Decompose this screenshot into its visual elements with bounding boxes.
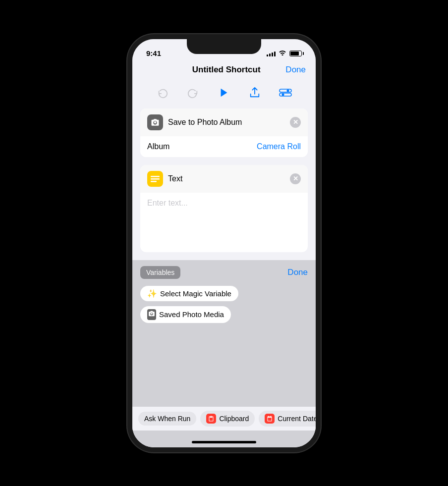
svg-rect-3 (280, 93, 291, 96)
svg-point-4 (282, 93, 284, 96)
redo-button[interactable] (184, 84, 202, 102)
text-action-icon (147, 171, 163, 187)
home-indicator (192, 441, 256, 443)
current-date-label: Current Date (278, 415, 316, 423)
text-placeholder: Enter text... (147, 199, 188, 207)
album-label: Album (147, 142, 169, 151)
svg-point-9 (151, 313, 153, 315)
photo-action-block: Save to Photo Album ✕ Album Camera Roll (140, 108, 308, 157)
ask-when-run-label: Ask When Run (144, 415, 190, 423)
wifi-icon (279, 50, 286, 57)
photo-action-header: Save to Photo Album ✕ (140, 108, 308, 136)
magic-variable-icon: ✨ (147, 289, 157, 298)
photo-action-close-button[interactable]: ✕ (290, 117, 301, 128)
photo-action-label: Save to Photo Album (168, 118, 242, 127)
text-action-block: Text ✕ Enter text... (140, 165, 308, 252)
bottom-vars-bar: Ask When Run Clipboard Current Date (132, 407, 316, 431)
clipboard-label: Clipboard (219, 415, 249, 423)
nav-title: Untitled Shortcut (192, 65, 261, 75)
svg-point-5 (154, 121, 157, 123)
svg-rect-1 (280, 89, 291, 92)
undo-button[interactable] (154, 84, 171, 102)
album-value[interactable]: Camera Roll (257, 142, 301, 151)
photo-action-body: Album Camera Roll (140, 136, 308, 157)
variables-done-button[interactable]: Done (287, 268, 308, 277)
saved-photo-label: Saved Photo Media (159, 310, 224, 319)
nav-done-button[interactable]: Done (285, 65, 306, 75)
status-icons (267, 50, 302, 57)
current-date-pill[interactable]: Current Date (259, 411, 316, 427)
text-input-area[interactable]: Enter text... (140, 193, 308, 252)
album-row: Album Camera Roll (147, 142, 301, 151)
svg-rect-8 (151, 181, 157, 182)
variable-items: ✨ Select Magic Variable Saved Photo Medi… (140, 286, 308, 328)
svg-rect-7 (151, 178, 160, 180)
clipboard-icon (206, 414, 216, 424)
saved-photo-icon (147, 309, 156, 320)
svg-point-2 (287, 89, 289, 92)
share-button[interactable] (246, 84, 264, 102)
text-action-header: Text ✕ (140, 165, 308, 193)
magic-variable-label: Select Magic Variable (160, 289, 231, 298)
nav-bar: Untitled Shortcut Done (132, 61, 316, 79)
text-action-label: Text (168, 174, 182, 183)
toolbar (132, 79, 316, 107)
signal-bars-icon (267, 51, 276, 56)
clipboard-pill[interactable]: Clipboard (200, 411, 255, 427)
settings-button[interactable] (277, 84, 294, 102)
photo-action-header-left: Save to Photo Album (147, 114, 242, 130)
saved-photo-variable[interactable]: Saved Photo Media (140, 306, 231, 323)
variables-label-button[interactable]: Variables (140, 266, 180, 279)
text-action-header-left: Text (147, 171, 182, 187)
play-button[interactable] (215, 84, 233, 102)
svg-marker-0 (221, 88, 227, 97)
magic-variable-button[interactable]: ✨ Select Magic Variable (140, 286, 238, 301)
status-time: 9:41 (146, 49, 161, 57)
variables-header: Variables Done (140, 266, 308, 279)
current-date-icon (265, 414, 275, 424)
svg-rect-6 (151, 176, 160, 177)
battery-icon (289, 51, 302, 56)
ask-when-run-pill[interactable]: Ask When Run (138, 412, 196, 426)
photo-action-icon (147, 114, 163, 130)
text-action-close-button[interactable]: ✕ (290, 173, 301, 184)
